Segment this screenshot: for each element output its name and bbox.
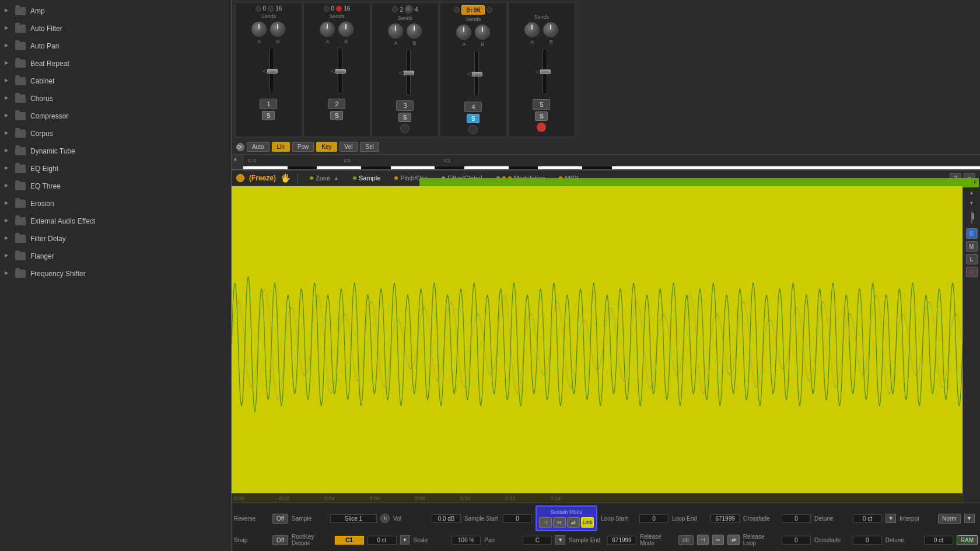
ch4-checkbox[interactable] (454, 7, 460, 13)
sidebar-item-corpus[interactable]: ▶ Corpus (0, 125, 231, 142)
sidebar-item-flanger[interactable]: ▶ Flanger (0, 247, 231, 265)
waveform-up-arrow[interactable]: ▲ (968, 189, 975, 197)
crossfade2-value[interactable]: 0 (853, 536, 882, 545)
sidebar-item-erosion[interactable]: ▶ Erosion (0, 195, 231, 212)
m-button[interactable]: M (966, 241, 978, 252)
ch1-checkbox[interactable] (256, 6, 261, 12)
ch4-checkbox2[interactable] (487, 7, 492, 13)
sidebar-item-compressor[interactable]: ▶ Compressor (0, 107, 231, 125)
ch3-knob-a[interactable] (388, 23, 403, 39)
sample-end-value[interactable]: 671999 (607, 536, 636, 545)
ch2-checkbox[interactable] (324, 6, 330, 12)
ch2-fader[interactable] (338, 47, 342, 94)
sample-cycle-btn[interactable]: ↻ (380, 514, 390, 523)
detune2-value[interactable]: 0 ct (924, 536, 953, 545)
pan-down[interactable]: ▼ (555, 535, 565, 545)
loop-start-value[interactable]: 0 (639, 514, 668, 523)
ch2-knob-b[interactable] (338, 22, 354, 37)
note-c-minus1: C-1 (248, 158, 257, 163)
interpol-value[interactable]: Norm (938, 514, 960, 524)
ch4-solo-btn[interactable]: S (467, 114, 480, 123)
ch1-knob-b[interactable] (270, 22, 285, 37)
sustain-btn-2[interactable]: ⇔ (553, 517, 566, 528)
ch2-solo-btn[interactable]: S (330, 111, 343, 120)
ch3-knob-b[interactable] (407, 23, 422, 39)
root-key-value[interactable]: C1 (335, 536, 364, 545)
sidebar-item-beat-repeat[interactable]: ▶ Beat Repeat (0, 55, 231, 72)
link-btn[interactable]: Link (581, 517, 594, 528)
ch2-knob-a[interactable] (320, 22, 335, 37)
lin-btn[interactable]: Lin (272, 142, 290, 152)
ch2-led (336, 6, 342, 12)
sidebar-item-chorus[interactable]: ▶ Chorus (0, 90, 231, 107)
root-detune-down[interactable]: ▼ (400, 535, 410, 545)
time-7: 0:14 (551, 496, 561, 501)
tab-sample[interactable]: Sample (348, 173, 385, 183)
sidebar-item-filter-delay[interactable]: ▶ Filter Delay (0, 230, 231, 247)
b-button[interactable]: B (966, 228, 978, 239)
tab-zone[interactable]: Zone ▲ (305, 173, 344, 183)
vol-value[interactable]: 0.0 dB (432, 514, 461, 523)
release-mode-off[interactable]: ofr (678, 535, 694, 545)
reverse-value[interactable]: Off (272, 514, 288, 524)
vel-btn[interactable]: Vel (340, 142, 358, 152)
sidebar-item-eq-eight[interactable]: ▶ EQ Eight (0, 160, 231, 177)
ch1-fader[interactable] (270, 47, 274, 94)
zone-arrow: ▲ (334, 175, 339, 181)
ch5-solo-btn[interactable]: S (535, 111, 548, 121)
expand-arrow: ▶ (5, 95, 12, 102)
detune-value[interactable]: 0 ct (853, 514, 882, 523)
ch2-fader-arrow: ◁ (331, 67, 335, 75)
sidebar-item-external-audio-effect[interactable]: ▶ External Audio Effect (0, 212, 231, 230)
ch4-knob-b[interactable] (475, 25, 490, 40)
release-btn-2[interactable]: ⇔ (712, 535, 724, 545)
waveform-area[interactable]: 0:00 0:02 0:04 0:06 0:08 0:10 0:12 0:14 (232, 186, 963, 503)
ch3-fader[interactable] (406, 49, 411, 96)
ch3-knob-b-circle (407, 23, 422, 39)
pow-btn[interactable]: Pow (292, 142, 314, 152)
sample-start-value[interactable]: 0 (503, 514, 532, 523)
scroll-up-arrow[interactable]: ▲ (233, 156, 242, 162)
note-c1: C1 (444, 158, 451, 163)
sample-value[interactable]: Slice 1 (330, 514, 377, 523)
sidebar-item-cabinet[interactable]: ▶ Cabinet (0, 72, 231, 90)
sidebar-item-eq-three[interactable]: ▶ EQ Three (0, 177, 231, 195)
crossfade-value[interactable]: 0 (782, 514, 811, 523)
r-button[interactable]: R (966, 267, 978, 277)
release-loop-value[interactable]: 0 (782, 536, 811, 545)
sidebar-item-frequency-shifter[interactable]: ▶ Frequency Shifter (0, 265, 231, 283)
ch1-knob-a[interactable] (251, 22, 267, 37)
waveform-down-arrow[interactable]: ▼ (968, 199, 975, 207)
sidebar-item-auto-filter[interactable]: ▶ Auto Filter (0, 20, 231, 37)
ch5-knob-b[interactable] (543, 22, 558, 37)
ch4-knob-a[interactable] (456, 25, 471, 40)
pan-value[interactable]: C (523, 536, 552, 545)
loop-end-value[interactable]: 671999 (710, 514, 740, 523)
ch5-fader[interactable] (542, 48, 547, 95)
release-btn-3[interactable]: ⇄ (727, 535, 739, 545)
root-detune-value[interactable]: 0 ct (368, 536, 397, 545)
snap-value[interactable]: Off (272, 535, 288, 545)
scale-value[interactable]: 100 % (452, 536, 481, 545)
ch3-solo-btn[interactable]: S (398, 113, 411, 122)
release-btn-1[interactable]: ⊣ (697, 535, 709, 545)
l-button[interactable]: L (966, 254, 978, 264)
ch3-checkbox[interactable] (392, 6, 398, 12)
detune-down[interactable]: ▼ (886, 514, 896, 523)
sidebar-item-amp[interactable]: ▶ Amp (0, 2, 231, 20)
ram-btn[interactable]: RAM (957, 535, 978, 545)
ch5-knob-a[interactable] (524, 22, 540, 37)
auto-btn[interactable]: Auto (247, 142, 270, 152)
loop-icon[interactable]: ⟳ (236, 143, 244, 151)
sustain-btn-1[interactable]: ⊣ (539, 517, 552, 528)
ch2-knob-b-circle (338, 22, 354, 37)
sidebar-item-auto-pan[interactable]: ▶ Auto Pan (0, 37, 231, 55)
sustain-btn-3[interactable]: ⇄ (567, 517, 580, 528)
sel-btn[interactable]: Sel (360, 142, 379, 152)
ch4-fader[interactable] (474, 50, 479, 97)
ch1-solo-btn[interactable]: S (262, 111, 275, 120)
key-btn[interactable]: Key (316, 142, 337, 152)
interpol-down[interactable]: ▼ (964, 514, 975, 523)
sidebar-item-dynamic-tube[interactable]: ▶ Dynamic Tube (0, 142, 231, 160)
time-3: 0:06 (370, 496, 380, 501)
